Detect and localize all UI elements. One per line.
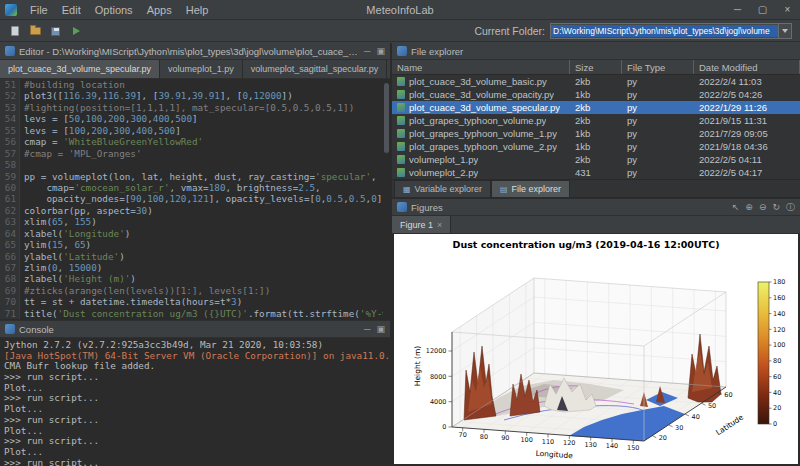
line-number: 62 [0, 205, 20, 216]
open-file-icon[interactable] [26, 23, 44, 40]
console-line: >>> run script... [4, 372, 390, 383]
code-text: levs = [50,100,200,300,400,500] [20, 113, 198, 124]
line-number: 57 [0, 148, 20, 159]
code-token: 300 [130, 113, 147, 124]
zoom-out-icon[interactable]: ⊖ [759, 199, 767, 216]
editor-tab[interactable]: plot_cuace_3d_volume_specular.py [0, 60, 160, 78]
save-icon[interactable] [46, 23, 64, 40]
editor-float-icon[interactable]: ▣ [376, 43, 385, 60]
code-token: zlim( [24, 262, 52, 273]
run-script-icon[interactable] [66, 23, 84, 40]
code-text: xlabel('Longitude') [20, 228, 130, 239]
file-name: volumeplot_1.py [409, 154, 478, 165]
rotate-icon[interactable]: ↻ [772, 199, 780, 216]
code-token: .format(tt.strftime( [248, 308, 360, 319]
code-line: 69#zticks(arange(len(levels))[1:], level… [0, 285, 390, 296]
column-header[interactable]: Size [570, 60, 622, 74]
figure-title: Dust concentration ug/m3 (2019-04-16 12:… [453, 239, 720, 250]
file-type: py [622, 115, 694, 126]
info-icon[interactable]: ⓘ [786, 199, 795, 216]
zoom-in-icon[interactable]: ⊕ [745, 199, 753, 216]
code-line: 55levs = [100,200,300,400,500] [0, 125, 390, 136]
file-name: plot_cuace_3d_volume_opacity.py [409, 89, 554, 100]
file-row[interactable]: plot_cuace_3d_volume_opacity.py1kbpy2022… [392, 88, 800, 101]
window-controls: ─▢× [725, 0, 800, 20]
x-tick-label: 110 [542, 438, 554, 446]
console-panel-header: Console ─▣ [0, 321, 390, 338]
figures-toolbar-icons: ↖⊕⊖↻ⓘ [732, 199, 795, 216]
file-row[interactable]: plot_grapes_typhoon_volume_1.py1kbpy2021… [392, 127, 800, 140]
code-token: 65 [52, 216, 63, 227]
close-button[interactable]: × [775, 0, 800, 20]
dropdown-arrow-icon[interactable] [778, 24, 791, 38]
colorbar-tick-label: 0 [773, 420, 777, 428]
file-row[interactable]: plot_cuace_3d_volume_specular.py2kbpy202… [392, 101, 800, 114]
menu-options[interactable]: Options [88, 0, 140, 20]
maximize-button[interactable]: ▢ [750, 0, 775, 20]
console-line: >>> run script... [4, 393, 390, 404]
py-file-icon [397, 103, 405, 112]
figures-panel-title: Figures [411, 202, 443, 213]
code-token: levs = [ [24, 113, 69, 124]
code-token: ) [130, 273, 136, 284]
code-line: 60 cmap='cmocean_solar_r', vmax=180, bri… [0, 182, 390, 193]
code-editor[interactable]: 51#building location52plot3([116.39,116.… [0, 79, 390, 320]
scrollbar-thumb[interactable] [384, 83, 389, 153]
editor-header-icons: ─▣ [364, 43, 385, 60]
code-token: zlabel( [24, 273, 63, 284]
file-row[interactable]: plot_cuace_3d_volume_basic.py2kbpy2022/2… [392, 75, 800, 88]
console-float-icon[interactable]: ▣ [376, 321, 385, 338]
code-token: 120 [170, 193, 187, 204]
column-header[interactable]: Name [392, 60, 570, 74]
menu-help[interactable]: Help [179, 0, 216, 20]
figure-tab[interactable]: Figure 1 × [392, 216, 451, 233]
code-token: 400 [153, 113, 170, 124]
code-text: opacity_nodes=[90,100,120,121], opacity_… [20, 193, 388, 204]
editor-scrollbar[interactable] [383, 79, 390, 320]
line-number: 53 [0, 102, 20, 113]
file-row[interactable]: volumeplot_1.py2kbpy2022/2/5 04:11 [392, 153, 800, 166]
current-folder-group: Current Folder: D:\Working\MIScript\Jyth… [474, 23, 792, 39]
code-token: levs = [ [24, 125, 69, 136]
file-explorer-panel: File explorer NameSizeFile TypeDate Modi… [392, 43, 800, 197]
code-text: zlabel('Height (m)') [20, 273, 136, 284]
editor-minimize-icon[interactable]: ─ [364, 43, 370, 60]
console-output[interactable]: Jython 2.7.2 (v2.7.2:925a3cc3b49d, Mar 2… [0, 338, 390, 466]
close-figure-icon[interactable]: × [437, 216, 442, 234]
console-minimize-icon[interactable]: ─ [364, 321, 370, 338]
menu-edit[interactable]: Edit [55, 0, 88, 20]
editor-panel-header: Editor - D:\Working\MIScript\Jython\mis\… [0, 43, 390, 60]
current-folder-combobox[interactable]: D:\Working\MIScript\Jython\mis\plot_type… [550, 23, 792, 39]
code-token: ], [ [220, 90, 242, 101]
column-header[interactable]: File Type [622, 60, 694, 74]
y-tick-label: 40 [692, 413, 700, 421]
code-line: 64xlabel('Longitude') [0, 228, 390, 239]
menu-apps[interactable]: Apps [140, 0, 179, 20]
code-token: 500 [175, 113, 192, 124]
menu-file[interactable]: File [23, 0, 55, 20]
explorer-tab[interactable]: ▦Variable explorer [394, 180, 491, 197]
file-row[interactable]: volumeplot_2.py431py2022/2/5 04:17 [392, 166, 800, 179]
editor-tab[interactable]: volumeplot_1.py [160, 60, 243, 78]
window-title: MeteoInfoLab [366, 4, 433, 16]
line-number: 54 [0, 113, 20, 124]
code-token: ]) [282, 90, 293, 101]
figure-canvas[interactable]: Dust concentration ug/m3 (2019-04-16 12:… [394, 234, 798, 464]
pointer-icon[interactable]: ↖ [732, 199, 740, 216]
file-name: plot_grapes_typhoon_volume.py [409, 115, 546, 126]
column-header[interactable]: Date Modified [694, 60, 800, 74]
console-panel: Console ─▣ Jython 2.7.2 (v2.7.2:925a3cc3… [0, 320, 390, 466]
file-row[interactable]: plot_grapes_typhoon_volume.py2kbpy2021/9… [392, 114, 800, 127]
file-row[interactable]: plot_grapes_typhoon_volume_2.py1kbpy2021… [392, 140, 800, 153]
explorer-tab[interactable]: ▤File explorer [491, 180, 570, 197]
code-token: 39.91 [192, 90, 220, 101]
code-token: ylabel( [24, 251, 63, 262]
minimize-button[interactable]: ─ [725, 0, 750, 20]
new-script-icon[interactable] [6, 23, 24, 40]
right-column: File explorer NameSizeFile TypeDate Modi… [392, 43, 800, 466]
code-token: 116.39 [63, 90, 97, 101]
editor-tab[interactable]: volumeplot_sagittal_specular.py [243, 60, 388, 78]
file-type: py [622, 141, 694, 152]
line-number: 58 [0, 159, 20, 170]
code-token: 200 [108, 113, 125, 124]
